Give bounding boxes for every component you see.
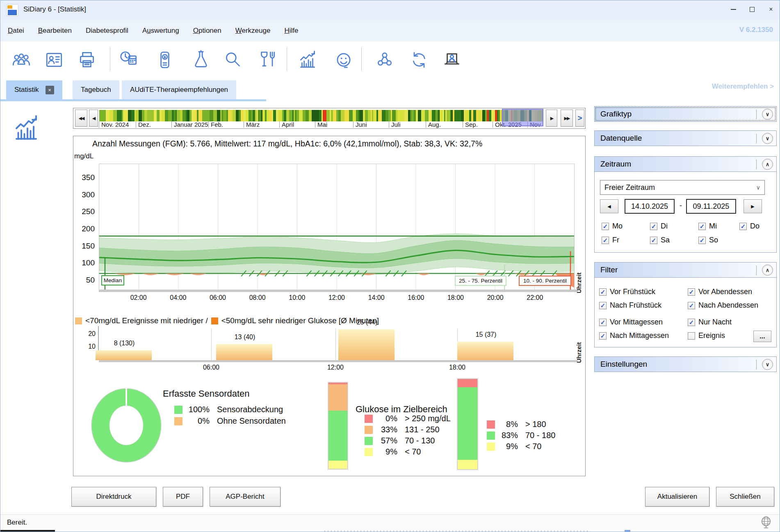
checkbox-label: So [709, 236, 718, 244]
checkbox-checked[interactable]: ✓ [650, 237, 657, 244]
checkbox-nach-mittagessen[interactable]: ✓Nach Mittagessen [599, 331, 669, 340]
title-bar: SiDiary 6 - [Statistik] × [0, 0, 780, 20]
tab-audite-therapieempfehlungen[interactable]: AUdiTE-Therapieempfehlungen [122, 80, 236, 99]
date-next-button[interactable]: ▶ [744, 199, 762, 213]
checkbox-checked[interactable]: ✓ [650, 223, 657, 230]
close-button[interactable]: × [762, 0, 780, 18]
timeline-day-stripe [405, 110, 408, 121]
timeline-last-button[interactable]: ▶▶ [561, 110, 573, 127]
checkbox-checked[interactable]: ✓ [698, 223, 706, 230]
tab-tagebuch[interactable]: Tagebuch [73, 80, 119, 99]
tab-statistik[interactable]: Statistik× [6, 80, 62, 99]
checkbox-ereignis[interactable]: Ereignis [688, 331, 725, 340]
timeline-forward-button[interactable]: > [575, 110, 584, 127]
checkbox-nach-frühstück[interactable]: ✓Nach Frühstück [599, 301, 661, 310]
section-header-datenquelle[interactable]: Datenquelle∨ [594, 130, 777, 146]
zeitraum-preset-dropdown[interactable]: Freier Zeitraum ∨ [600, 180, 765, 195]
date-from-field[interactable]: 14.10.2025 [625, 199, 675, 214]
agp-y-tick-label: 250 [73, 207, 95, 216]
direktdruck-button[interactable]: Direktdruck [71, 487, 156, 507]
checkbox-checked[interactable]: ✓ [688, 288, 695, 296]
meal-icon[interactable] [256, 49, 277, 71]
timeline-next-button[interactable]: ▶ [546, 110, 557, 127]
checkbox-mo[interactable]: ✓Mo [602, 222, 623, 231]
chevron-down-icon[interactable]: ∨ [762, 133, 773, 144]
timeline-first-button[interactable]: ◀◀ [75, 110, 87, 127]
chevron-up-icon[interactable]: ∧ [762, 265, 773, 276]
idcard-icon[interactable] [44, 49, 64, 71]
timeline-day-stripe [373, 110, 376, 121]
menu-item-diabetesprofil[interactable]: Diabetesprofil [86, 27, 128, 35]
menu-item-bearbeiten[interactable]: Bearbeiten [38, 27, 72, 35]
smiley-icon[interactable] [333, 49, 354, 71]
event-filter-more-button[interactable]: ... [753, 331, 771, 342]
timeline-day-stripe [233, 110, 236, 121]
tab-close-icon[interactable]: × [46, 86, 54, 94]
checkbox-checked[interactable]: ✓ [739, 223, 747, 230]
timeline-selection[interactable] [502, 109, 543, 126]
maximize-button[interactable] [743, 0, 762, 18]
checkbox-fr[interactable]: ✓Fr [602, 236, 619, 244]
menu-item-auswertung[interactable]: Auswertung [142, 27, 179, 35]
checkbox-checked[interactable]: ✓ [599, 319, 607, 326]
minimize-button[interactable] [724, 0, 743, 18]
aktualisieren-button[interactable]: Aktualisieren [645, 487, 709, 507]
checkbox-vor-abendessen[interactable]: ✓Vor Abendessen [688, 288, 752, 296]
menu-item-hilfe[interactable]: Hilfe [284, 27, 298, 35]
recommend-link[interactable]: Weiterempfehlen > [712, 82, 774, 91]
telemed-icon[interactable] [442, 49, 462, 71]
date-to-field[interactable]: 09.11.2025 [686, 199, 736, 214]
checkbox-checked[interactable]: ✓ [698, 237, 706, 244]
section-header-einstellungen[interactable]: Einstellungen∨ [594, 356, 777, 372]
checkbox-checked[interactable]: ✓ [599, 288, 607, 296]
date-prev-button[interactable]: ◀ [600, 199, 618, 213]
checkbox-checked[interactable]: ✓ [688, 319, 695, 326]
checkbox-checked[interactable]: ✓ [602, 237, 609, 244]
agp-y-tick-label: 150 [73, 242, 95, 251]
timeline-day-stripe [368, 110, 371, 121]
checkbox-sa[interactable]: ✓Sa [650, 236, 670, 244]
checkbox-checked[interactable]: ✓ [688, 302, 695, 309]
meter-icon[interactable] [155, 49, 175, 71]
timeline-prev-button[interactable]: ◀ [89, 110, 98, 127]
chevron-down-icon[interactable]: ∨ [762, 109, 773, 120]
checkbox-vor-mittagessen[interactable]: ✓Vor Mittagessen [599, 318, 663, 327]
checkbox-vor-frühstück[interactable]: ✓Vor Frühstück [599, 288, 655, 296]
timeline-day-stripe [198, 110, 202, 121]
section-header-zeitraum[interactable]: Zeitraum∧ [594, 156, 777, 172]
sync-icon[interactable] [409, 49, 429, 71]
agp-bericht-button[interactable]: AGP-Bericht [210, 487, 281, 507]
search-icon[interactable] [223, 49, 243, 71]
printer-icon[interactable] [77, 49, 97, 71]
chevron-up-icon[interactable]: ∧ [762, 159, 773, 170]
chevron-down-icon[interactable]: ∨ [762, 359, 773, 370]
target-legend-row-percent: 33% [376, 425, 397, 434]
checkbox-checked[interactable]: ✓ [599, 332, 607, 340]
menu-item-optionen[interactable]: Optionen [193, 27, 221, 35]
timeline-day-stripe [168, 110, 172, 121]
section-header-filter[interactable]: Filter∧ [594, 262, 777, 278]
share-icon[interactable] [374, 49, 395, 71]
checkbox-do[interactable]: ✓Do [739, 222, 759, 231]
timeline-day-stripe [421, 110, 425, 121]
checkbox-checked[interactable]: ✓ [602, 223, 609, 230]
timeline-day-stripe [397, 110, 401, 121]
checkbox-checked[interactable]: ✓ [599, 302, 607, 309]
checkbox-unchecked[interactable] [688, 332, 695, 340]
checkbox-so[interactable]: ✓So [698, 236, 718, 244]
users-icon[interactable] [11, 49, 32, 71]
clockcal-icon[interactable] [119, 49, 139, 71]
timeline-month-tick [426, 121, 426, 128]
checkbox-nach-abendessen[interactable]: ✓Nach Abendessen [688, 301, 758, 310]
checkbox-mi[interactable]: ✓Mi [698, 222, 717, 231]
section-header-grafiktyp[interactable]: Grafiktyp∨ [594, 106, 777, 122]
pdf-button[interactable]: PDF [163, 487, 203, 507]
checkbox-di[interactable]: ✓Di [650, 222, 668, 231]
flask-icon[interactable] [191, 49, 211, 71]
checkbox-nur-nacht[interactable]: ✓Nur Nacht [688, 318, 732, 327]
menu-item-werkzeuge[interactable]: Werkzeuge [235, 27, 271, 35]
menu-item-datei[interactable]: Datei [8, 27, 24, 35]
timeline-heatmap[interactable] [99, 110, 543, 121]
stats-icon[interactable] [297, 49, 318, 71]
schlie-en-button[interactable]: Schließen [716, 487, 774, 507]
